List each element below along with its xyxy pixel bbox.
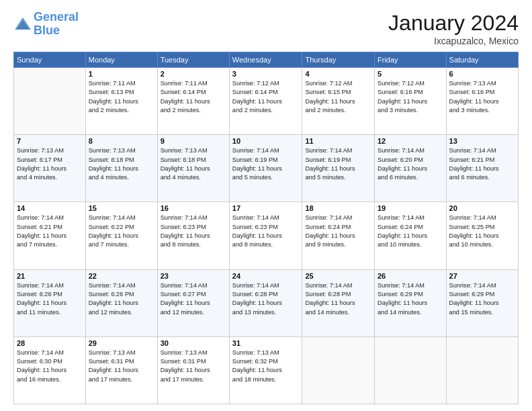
- day-number: 23: [161, 272, 226, 280]
- day-number: 25: [305, 272, 371, 280]
- calendar-cell: 17Sunrise: 7:14 AMSunset: 6:23 PMDayligh…: [229, 202, 302, 269]
- calendar-cell: 27Sunrise: 7:14 AMSunset: 6:29 PMDayligh…: [446, 269, 518, 336]
- day-info: Sunrise: 7:14 AMSunset: 6:26 PMDaylight:…: [17, 281, 83, 317]
- day-number: 29: [89, 339, 154, 347]
- title-block: January 2024 Ixcapuzalco, Mexico: [388, 11, 519, 46]
- calendar-cell: 26Sunrise: 7:14 AMSunset: 6:29 PMDayligh…: [375, 269, 447, 336]
- calendar-cell: 28Sunrise: 7:14 AMSunset: 6:30 PMDayligh…: [14, 336, 86, 404]
- day-info: Sunrise: 7:14 AMSunset: 6:24 PMDaylight:…: [305, 214, 371, 249]
- calendar-week-row: 1Sunrise: 7:11 AMSunset: 6:13 PMDaylight…: [14, 68, 519, 135]
- day-info: Sunrise: 7:14 AMSunset: 6:23 PMDaylight:…: [161, 214, 226, 249]
- calendar-week-row: 7Sunrise: 7:13 AMSunset: 6:17 PMDaylight…: [14, 135, 519, 202]
- calendar-cell: 24Sunrise: 7:14 AMSunset: 6:28 PMDayligh…: [229, 269, 302, 336]
- day-info: Sunrise: 7:14 AMSunset: 6:30 PMDaylight:…: [17, 349, 83, 384]
- calendar-table: SundayMondayTuesdayWednesdayThursdayFrid…: [13, 52, 519, 404]
- day-number: 17: [232, 204, 300, 212]
- day-info: Sunrise: 7:13 AMSunset: 6:18 PMDaylight:…: [161, 146, 226, 182]
- calendar-cell: 8Sunrise: 7:13 AMSunset: 6:18 PMDaylight…: [85, 135, 157, 202]
- calendar-cell: [302, 336, 375, 404]
- day-number: 22: [89, 272, 154, 280]
- calendar-cell: 4Sunrise: 7:12 AMSunset: 6:15 PMDaylight…: [302, 68, 375, 135]
- calendar-cell: 13Sunrise: 7:14 AMSunset: 6:21 PMDayligh…: [446, 135, 518, 202]
- day-info: Sunrise: 7:13 AMSunset: 6:32 PMDaylight:…: [232, 349, 300, 384]
- logo-general: General: [34, 10, 79, 24]
- day-number: 11: [305, 137, 371, 145]
- day-number: 2: [161, 70, 226, 78]
- day-header-thursday: Thursday: [302, 52, 375, 68]
- day-number: 6: [449, 70, 515, 78]
- day-number: 12: [378, 137, 443, 145]
- calendar-cell: 7Sunrise: 7:13 AMSunset: 6:17 PMDaylight…: [14, 135, 86, 202]
- day-header-tuesday: Tuesday: [157, 52, 229, 68]
- day-info: Sunrise: 7:14 AMSunset: 6:27 PMDaylight:…: [161, 281, 226, 317]
- logo-blue: Blue: [34, 24, 60, 37]
- day-number: 27: [449, 272, 515, 280]
- day-number: 18: [305, 204, 371, 212]
- day-number: 28: [17, 339, 83, 347]
- day-header-monday: Monday: [85, 52, 157, 68]
- calendar-location: Ixcapuzalco, Mexico: [388, 36, 519, 46]
- day-info: Sunrise: 7:11 AMSunset: 6:14 PMDaylight:…: [161, 79, 226, 115]
- day-number: 14: [17, 204, 83, 212]
- day-info: Sunrise: 7:14 AMSunset: 6:28 PMDaylight:…: [232, 281, 300, 317]
- day-info: Sunrise: 7:13 AMSunset: 6:16 PMDaylight:…: [449, 79, 515, 115]
- calendar-cell: 18Sunrise: 7:14 AMSunset: 6:24 PMDayligh…: [302, 202, 375, 269]
- day-number: 26: [378, 272, 443, 280]
- calendar-cell: 6Sunrise: 7:13 AMSunset: 6:16 PMDaylight…: [446, 68, 518, 135]
- calendar-week-row: 14Sunrise: 7:14 AMSunset: 6:21 PMDayligh…: [14, 202, 519, 269]
- day-info: Sunrise: 7:13 AMSunset: 6:17 PMDaylight:…: [17, 146, 83, 182]
- day-number: 3: [232, 70, 300, 78]
- calendar-cell: 3Sunrise: 7:12 AMSunset: 6:14 PMDaylight…: [229, 68, 302, 135]
- day-number: 1: [89, 70, 154, 78]
- calendar-cell: 1Sunrise: 7:11 AMSunset: 6:13 PMDaylight…: [85, 68, 157, 135]
- calendar-week-row: 21Sunrise: 7:14 AMSunset: 6:26 PMDayligh…: [14, 269, 519, 336]
- day-number: 9: [161, 137, 226, 145]
- day-info: Sunrise: 7:14 AMSunset: 6:24 PMDaylight:…: [378, 214, 443, 249]
- day-info: Sunrise: 7:14 AMSunset: 6:21 PMDaylight:…: [17, 214, 83, 249]
- day-number: 30: [161, 339, 226, 347]
- calendar-cell: 23Sunrise: 7:14 AMSunset: 6:27 PMDayligh…: [157, 269, 229, 336]
- day-info: Sunrise: 7:13 AMSunset: 6:31 PMDaylight:…: [89, 349, 154, 384]
- day-number: 15: [89, 204, 154, 212]
- day-number: 7: [17, 137, 83, 145]
- calendar-cell: [446, 336, 518, 404]
- day-number: 31: [232, 339, 300, 347]
- day-info: Sunrise: 7:13 AMSunset: 6:18 PMDaylight:…: [89, 146, 154, 182]
- day-info: Sunrise: 7:14 AMSunset: 6:19 PMDaylight:…: [232, 146, 300, 182]
- calendar-cell: 10Sunrise: 7:14 AMSunset: 6:19 PMDayligh…: [229, 135, 302, 202]
- day-info: Sunrise: 7:11 AMSunset: 6:13 PMDaylight:…: [89, 79, 154, 115]
- calendar-cell: [375, 336, 447, 404]
- calendar-cell: 25Sunrise: 7:14 AMSunset: 6:28 PMDayligh…: [302, 269, 375, 336]
- day-number: 21: [17, 272, 83, 280]
- day-info: Sunrise: 7:14 AMSunset: 6:28 PMDaylight:…: [305, 281, 371, 317]
- day-header-sunday: Sunday: [14, 52, 86, 68]
- day-info: Sunrise: 7:14 AMSunset: 6:25 PMDaylight:…: [449, 214, 515, 249]
- day-info: Sunrise: 7:14 AMSunset: 6:23 PMDaylight:…: [232, 214, 300, 249]
- calendar-cell: [14, 68, 86, 135]
- day-number: 13: [449, 137, 515, 145]
- calendar-header-row: SundayMondayTuesdayWednesdayThursdayFrid…: [14, 52, 519, 68]
- day-number: 19: [378, 204, 443, 212]
- day-number: 10: [232, 137, 300, 145]
- calendar-cell: 11Sunrise: 7:14 AMSunset: 6:19 PMDayligh…: [302, 135, 375, 202]
- calendar-cell: 19Sunrise: 7:14 AMSunset: 6:24 PMDayligh…: [375, 202, 447, 269]
- day-header-wednesday: Wednesday: [229, 52, 302, 68]
- calendar-cell: 5Sunrise: 7:12 AMSunset: 6:16 PMDaylight…: [375, 68, 447, 135]
- day-header-saturday: Saturday: [446, 52, 518, 68]
- calendar-cell: 9Sunrise: 7:13 AMSunset: 6:18 PMDaylight…: [157, 135, 229, 202]
- calendar-cell: 2Sunrise: 7:11 AMSunset: 6:14 PMDaylight…: [157, 68, 229, 135]
- day-info: Sunrise: 7:13 AMSunset: 6:31 PMDaylight:…: [161, 349, 226, 384]
- day-info: Sunrise: 7:14 AMSunset: 6:26 PMDaylight:…: [89, 281, 154, 317]
- day-number: 8: [89, 137, 154, 145]
- day-info: Sunrise: 7:12 AMSunset: 6:15 PMDaylight:…: [305, 79, 371, 115]
- logo-icon: [13, 15, 32, 34]
- day-info: Sunrise: 7:14 AMSunset: 6:22 PMDaylight:…: [89, 214, 154, 249]
- day-info: Sunrise: 7:14 AMSunset: 6:19 PMDaylight:…: [305, 146, 371, 182]
- day-info: Sunrise: 7:14 AMSunset: 6:29 PMDaylight:…: [378, 281, 443, 317]
- calendar-cell: 21Sunrise: 7:14 AMSunset: 6:26 PMDayligh…: [14, 269, 86, 336]
- calendar-cell: 31Sunrise: 7:13 AMSunset: 6:32 PMDayligh…: [229, 336, 302, 404]
- day-number: 16: [161, 204, 226, 212]
- calendar-title: January 2024: [388, 11, 519, 36]
- calendar-cell: 12Sunrise: 7:14 AMSunset: 6:20 PMDayligh…: [375, 135, 447, 202]
- day-header-friday: Friday: [375, 52, 447, 68]
